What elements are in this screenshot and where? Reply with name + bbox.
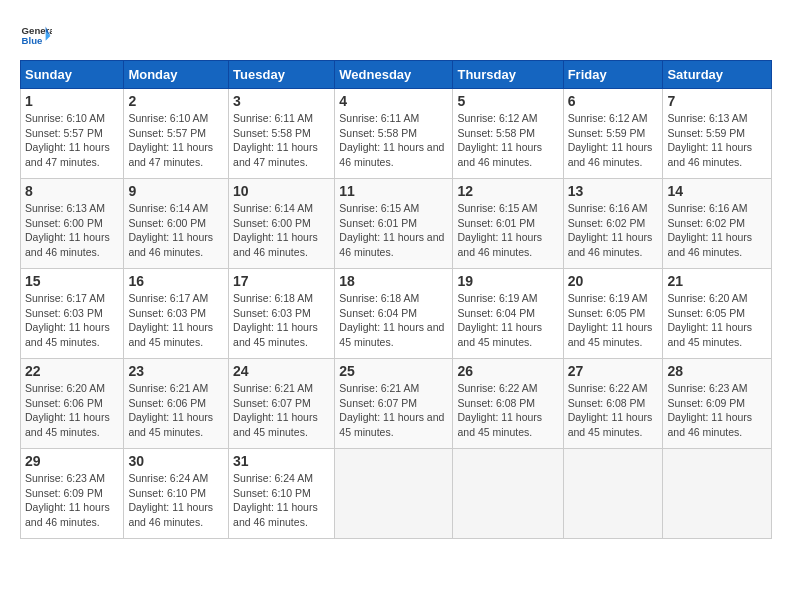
day-number: 13 (568, 183, 659, 199)
day-number: 5 (457, 93, 558, 109)
day-number: 27 (568, 363, 659, 379)
calendar-day-cell: 21Sunrise: 6:20 AMSunset: 6:05 PMDayligh… (663, 269, 772, 359)
calendar-day-cell: 8Sunrise: 6:13 AMSunset: 6:00 PMDaylight… (21, 179, 124, 269)
weekday-header-cell: Thursday (453, 61, 563, 89)
calendar-day-cell: 26Sunrise: 6:22 AMSunset: 6:08 PMDayligh… (453, 359, 563, 449)
calendar-day-cell: 12Sunrise: 6:15 AMSunset: 6:01 PMDayligh… (453, 179, 563, 269)
weekday-header-row: SundayMondayTuesdayWednesdayThursdayFrid… (21, 61, 772, 89)
day-number: 3 (233, 93, 330, 109)
calendar-day-cell (663, 449, 772, 539)
day-info: Sunrise: 6:21 AMSunset: 6:06 PMDaylight:… (128, 381, 224, 440)
day-info: Sunrise: 6:17 AMSunset: 6:03 PMDaylight:… (25, 291, 119, 350)
day-number: 10 (233, 183, 330, 199)
day-info: Sunrise: 6:24 AMSunset: 6:10 PMDaylight:… (233, 471, 330, 530)
day-info: Sunrise: 6:14 AMSunset: 6:00 PMDaylight:… (128, 201, 224, 260)
calendar-day-cell: 11Sunrise: 6:15 AMSunset: 6:01 PMDayligh… (335, 179, 453, 269)
calendar-day-cell (563, 449, 663, 539)
calendar-day-cell: 23Sunrise: 6:21 AMSunset: 6:06 PMDayligh… (124, 359, 229, 449)
day-number: 18 (339, 273, 448, 289)
calendar-day-cell: 18Sunrise: 6:18 AMSunset: 6:04 PMDayligh… (335, 269, 453, 359)
day-number: 2 (128, 93, 224, 109)
day-number: 29 (25, 453, 119, 469)
day-number: 28 (667, 363, 767, 379)
calendar-day-cell: 1Sunrise: 6:10 AMSunset: 5:57 PMDaylight… (21, 89, 124, 179)
day-number: 17 (233, 273, 330, 289)
day-number: 30 (128, 453, 224, 469)
calendar-day-cell: 22Sunrise: 6:20 AMSunset: 6:06 PMDayligh… (21, 359, 124, 449)
calendar-day-cell: 3Sunrise: 6:11 AMSunset: 5:58 PMDaylight… (229, 89, 335, 179)
calendar-day-cell: 24Sunrise: 6:21 AMSunset: 6:07 PMDayligh… (229, 359, 335, 449)
weekday-header-cell: Saturday (663, 61, 772, 89)
calendar-day-cell: 16Sunrise: 6:17 AMSunset: 6:03 PMDayligh… (124, 269, 229, 359)
day-info: Sunrise: 6:13 AMSunset: 6:00 PMDaylight:… (25, 201, 119, 260)
logo: General Blue (20, 20, 52, 52)
calendar-day-cell: 27Sunrise: 6:22 AMSunset: 6:08 PMDayligh… (563, 359, 663, 449)
day-info: Sunrise: 6:18 AMSunset: 6:03 PMDaylight:… (233, 291, 330, 350)
day-number: 6 (568, 93, 659, 109)
calendar-day-cell (335, 449, 453, 539)
day-info: Sunrise: 6:17 AMSunset: 6:03 PMDaylight:… (128, 291, 224, 350)
calendar-day-cell: 4Sunrise: 6:11 AMSunset: 5:58 PMDaylight… (335, 89, 453, 179)
day-number: 20 (568, 273, 659, 289)
calendar-day-cell: 29Sunrise: 6:23 AMSunset: 6:09 PMDayligh… (21, 449, 124, 539)
calendar-day-cell: 30Sunrise: 6:24 AMSunset: 6:10 PMDayligh… (124, 449, 229, 539)
day-number: 8 (25, 183, 119, 199)
calendar-day-cell: 14Sunrise: 6:16 AMSunset: 6:02 PMDayligh… (663, 179, 772, 269)
day-info: Sunrise: 6:16 AMSunset: 6:02 PMDaylight:… (667, 201, 767, 260)
day-info: Sunrise: 6:16 AMSunset: 6:02 PMDaylight:… (568, 201, 659, 260)
calendar-week-row: 22Sunrise: 6:20 AMSunset: 6:06 PMDayligh… (21, 359, 772, 449)
calendar-day-cell: 9Sunrise: 6:14 AMSunset: 6:00 PMDaylight… (124, 179, 229, 269)
calendar-day-cell: 17Sunrise: 6:18 AMSunset: 6:03 PMDayligh… (229, 269, 335, 359)
day-number: 24 (233, 363, 330, 379)
weekday-header-cell: Sunday (21, 61, 124, 89)
calendar-day-cell (453, 449, 563, 539)
day-number: 25 (339, 363, 448, 379)
day-info: Sunrise: 6:21 AMSunset: 6:07 PMDaylight:… (339, 381, 448, 440)
day-number: 14 (667, 183, 767, 199)
logo-icon: General Blue (20, 20, 52, 52)
day-info: Sunrise: 6:11 AMSunset: 5:58 PMDaylight:… (339, 111, 448, 170)
calendar-day-cell: 20Sunrise: 6:19 AMSunset: 6:05 PMDayligh… (563, 269, 663, 359)
calendar-day-cell: 31Sunrise: 6:24 AMSunset: 6:10 PMDayligh… (229, 449, 335, 539)
day-number: 21 (667, 273, 767, 289)
calendar-body: 1Sunrise: 6:10 AMSunset: 5:57 PMDaylight… (21, 89, 772, 539)
day-info: Sunrise: 6:12 AMSunset: 5:58 PMDaylight:… (457, 111, 558, 170)
day-number: 15 (25, 273, 119, 289)
day-info: Sunrise: 6:14 AMSunset: 6:00 PMDaylight:… (233, 201, 330, 260)
calendar-day-cell: 28Sunrise: 6:23 AMSunset: 6:09 PMDayligh… (663, 359, 772, 449)
day-info: Sunrise: 6:11 AMSunset: 5:58 PMDaylight:… (233, 111, 330, 170)
day-number: 23 (128, 363, 224, 379)
day-info: Sunrise: 6:23 AMSunset: 6:09 PMDaylight:… (667, 381, 767, 440)
header: General Blue (20, 20, 772, 52)
day-info: Sunrise: 6:22 AMSunset: 6:08 PMDaylight:… (568, 381, 659, 440)
day-info: Sunrise: 6:21 AMSunset: 6:07 PMDaylight:… (233, 381, 330, 440)
day-info: Sunrise: 6:24 AMSunset: 6:10 PMDaylight:… (128, 471, 224, 530)
svg-text:Blue: Blue (22, 35, 43, 46)
day-info: Sunrise: 6:20 AMSunset: 6:05 PMDaylight:… (667, 291, 767, 350)
calendar-day-cell: 15Sunrise: 6:17 AMSunset: 6:03 PMDayligh… (21, 269, 124, 359)
calendar-day-cell: 19Sunrise: 6:19 AMSunset: 6:04 PMDayligh… (453, 269, 563, 359)
day-info: Sunrise: 6:23 AMSunset: 6:09 PMDaylight:… (25, 471, 119, 530)
calendar-day-cell: 5Sunrise: 6:12 AMSunset: 5:58 PMDaylight… (453, 89, 563, 179)
weekday-header-cell: Monday (124, 61, 229, 89)
day-number: 4 (339, 93, 448, 109)
day-number: 26 (457, 363, 558, 379)
day-info: Sunrise: 6:13 AMSunset: 5:59 PMDaylight:… (667, 111, 767, 170)
day-info: Sunrise: 6:22 AMSunset: 6:08 PMDaylight:… (457, 381, 558, 440)
day-number: 22 (25, 363, 119, 379)
weekday-header-cell: Friday (563, 61, 663, 89)
day-info: Sunrise: 6:10 AMSunset: 5:57 PMDaylight:… (128, 111, 224, 170)
weekday-header-cell: Wednesday (335, 61, 453, 89)
calendar-day-cell: 7Sunrise: 6:13 AMSunset: 5:59 PMDaylight… (663, 89, 772, 179)
day-info: Sunrise: 6:15 AMSunset: 6:01 PMDaylight:… (339, 201, 448, 260)
day-number: 7 (667, 93, 767, 109)
day-info: Sunrise: 6:19 AMSunset: 6:04 PMDaylight:… (457, 291, 558, 350)
weekday-header-cell: Tuesday (229, 61, 335, 89)
day-number: 31 (233, 453, 330, 469)
calendar-day-cell: 2Sunrise: 6:10 AMSunset: 5:57 PMDaylight… (124, 89, 229, 179)
day-number: 11 (339, 183, 448, 199)
calendar-table: SundayMondayTuesdayWednesdayThursdayFrid… (20, 60, 772, 539)
day-info: Sunrise: 6:10 AMSunset: 5:57 PMDaylight:… (25, 111, 119, 170)
day-number: 12 (457, 183, 558, 199)
calendar-week-row: 1Sunrise: 6:10 AMSunset: 5:57 PMDaylight… (21, 89, 772, 179)
